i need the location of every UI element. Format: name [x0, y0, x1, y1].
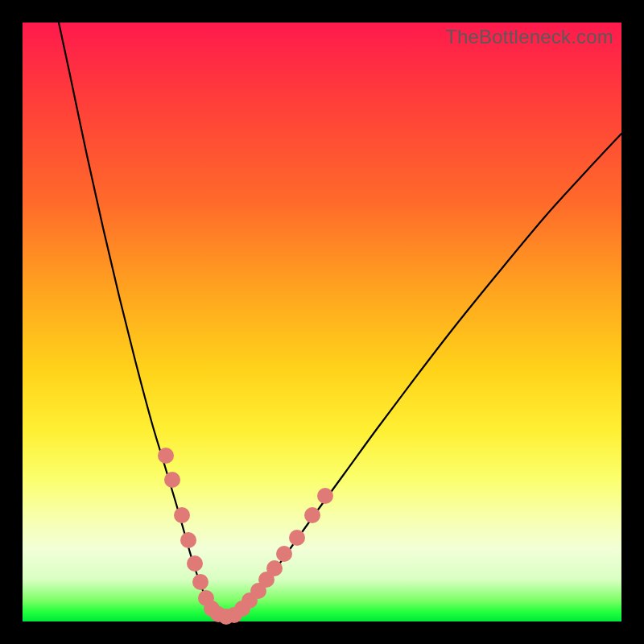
data-point [187, 555, 203, 572]
chart-frame: TheBottleneck.com [0, 0, 644, 644]
data-point [276, 546, 292, 562]
data-point [192, 574, 208, 590]
data-point-group [158, 448, 333, 625]
chart-svg [23, 23, 621, 621]
data-point [164, 472, 180, 488]
data-point [304, 507, 320, 523]
plot-area: TheBottleneck.com [23, 23, 621, 621]
data-point [266, 560, 283, 576]
data-point [158, 448, 174, 464]
data-point [317, 488, 333, 504]
data-point [174, 507, 190, 523]
data-point [289, 530, 305, 546]
data-point [180, 532, 196, 548]
bottleneck-curve [59, 23, 621, 617]
